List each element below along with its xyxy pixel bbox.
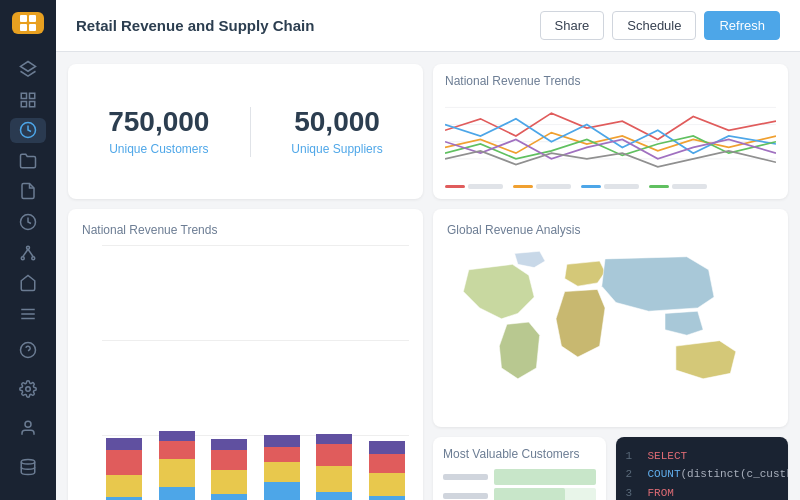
svg-rect-7 (21, 101, 26, 106)
bar-seg-d (106, 438, 142, 450)
map-title: Global Revenue Analysis (447, 223, 774, 237)
bar-seg-c (316, 444, 352, 466)
map-card: Global Revenue Analysis (433, 209, 788, 427)
kpi-card: 750,000 Unique Customers 50,000 Unique S… (68, 64, 423, 199)
customer-bar-1 (494, 469, 596, 485)
svg-line-15 (28, 249, 33, 257)
dashboard-content: 750,000 Unique Customers 50,000 Unique S… (56, 52, 800, 500)
bar-seg-a (211, 494, 247, 501)
bar-group-1 (102, 438, 147, 501)
bar-seg-a (264, 482, 300, 501)
legend-text-4 (672, 184, 707, 189)
svg-rect-3 (29, 24, 36, 31)
sidebar-item-user[interactable] (10, 410, 46, 446)
bar-stack-6 (369, 441, 405, 501)
suppliers-value: 50,000 (291, 107, 382, 138)
bottom-row: Most Valuable Customers (433, 437, 788, 501)
mini-line-chart (445, 96, 776, 176)
app-logo[interactable] (12, 12, 44, 34)
customers-card: Most Valuable Customers (433, 437, 606, 501)
customers-label: Unique Customers (108, 142, 209, 156)
legend-text-3 (604, 184, 639, 189)
bar-seg-d (369, 441, 405, 454)
mini-chart-legend (445, 184, 776, 189)
bar-stack-5 (316, 434, 352, 501)
svg-point-21 (26, 387, 31, 392)
svg-point-23 (21, 460, 35, 465)
sidebar-item-help[interactable] (10, 332, 46, 368)
line-num-2: 2 (626, 465, 638, 484)
svg-rect-8 (30, 101, 35, 106)
bar-seg-c (264, 447, 300, 462)
bar-seg-b (316, 466, 352, 492)
page-title: Retail Revenue and Supply Chain (76, 17, 540, 34)
bar-seg-b (159, 459, 195, 487)
svg-line-14 (23, 249, 28, 257)
legend-color-2 (513, 185, 533, 188)
row-1: 750,000 Unique Customers 50,000 Unique S… (68, 64, 788, 199)
svg-rect-5 (21, 93, 26, 98)
right-column: Global Revenue Analysis (433, 209, 788, 500)
customers-value: 750,000 (108, 107, 209, 138)
suppliers-label: Unique Suppliers (291, 142, 382, 156)
sidebar-item-grid[interactable] (10, 87, 46, 112)
bar-stack-3 (211, 439, 247, 501)
sidebar-item-report[interactable] (10, 179, 46, 204)
bar-group-5 (312, 434, 357, 501)
customer-label-2 (443, 493, 488, 499)
code-func-2: COUNT (648, 468, 681, 480)
legend-color-1 (445, 185, 465, 188)
line-num-3: 3 (626, 484, 638, 500)
refresh-button[interactable]: Refresh (704, 11, 780, 40)
svg-rect-6 (30, 93, 35, 98)
bar-seg-b (211, 470, 247, 494)
code-paren-2: (distinct(c_custkey)) (681, 468, 788, 480)
bar-seg-c (369, 454, 405, 473)
world-map-svg (447, 245, 774, 415)
customer-bar-fill-2 (494, 488, 565, 501)
legend-item-1 (445, 184, 503, 189)
mini-trends-title: National Revenue Trends (445, 74, 776, 88)
bar-groups-container (102, 245, 409, 500)
customer-bar-2 (494, 488, 596, 501)
sidebar-item-clock[interactable] (10, 210, 46, 235)
svg-marker-4 (21, 62, 36, 72)
bar-seg-a (369, 496, 405, 501)
code-keyword-3: FROM (648, 484, 674, 500)
sidebar-item-chart[interactable] (10, 118, 46, 143)
sidebar (0, 0, 56, 500)
customer-label-1 (443, 474, 488, 480)
kpi-customers: 750,000 Unique Customers (108, 107, 209, 156)
legend-color-3 (581, 185, 601, 188)
sidebar-item-network[interactable] (10, 240, 46, 265)
sidebar-item-layers[interactable] (10, 57, 46, 82)
header: Retail Revenue and Supply Chain Share Sc… (56, 0, 800, 52)
bar-seg-d (264, 435, 300, 447)
schedule-button[interactable]: Schedule (612, 11, 696, 40)
bar-group-2 (155, 431, 200, 501)
header-actions: Share Schedule Refresh (540, 11, 780, 40)
bar-seg-d (211, 439, 247, 450)
sidebar-item-menu[interactable] (10, 301, 46, 326)
bar-stack-1 (106, 438, 142, 501)
share-button[interactable]: Share (540, 11, 605, 40)
bar-stack-2 (159, 431, 195, 501)
svg-rect-1 (29, 15, 36, 22)
svg-rect-2 (20, 24, 27, 31)
line-num-1: 1 (626, 447, 638, 466)
sidebar-item-folder[interactable] (10, 149, 46, 174)
bar-seg-c (159, 441, 195, 459)
customer-row-1 (443, 469, 596, 485)
bar-seg-b (369, 473, 405, 496)
sidebar-item-settings[interactable] (10, 371, 46, 407)
legend-text-2 (536, 184, 571, 189)
svg-point-13 (32, 256, 35, 259)
legend-color-4 (649, 185, 669, 188)
sidebar-item-home[interactable] (10, 271, 46, 296)
code-keyword-1: SELECT (648, 447, 688, 466)
bar-seg-c (106, 450, 142, 475)
bar-stack-4 (264, 435, 300, 501)
code-line-2: 2 COUNT(distinct(c_custkey)) (626, 465, 779, 484)
sidebar-item-database[interactable] (10, 449, 46, 485)
svg-point-11 (27, 246, 30, 249)
